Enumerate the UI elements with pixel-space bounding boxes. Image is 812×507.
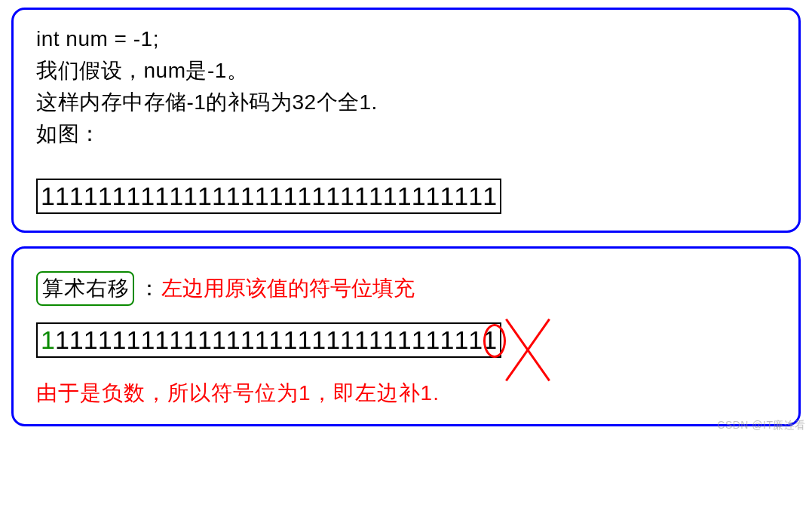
text-line-2: 我们假设，num是-1。 [36, 55, 776, 87]
panel-top: int num = -1; 我们假设，num是-1。 这样内存中存储-1的补码为… [11, 8, 801, 233]
cross-out-icon [501, 315, 554, 383]
shift-description: 左边用原该值的符号位填充 [161, 276, 415, 300]
panel-bottom: 算术右移：左边用原该值的符号位填充 1111111111111111111111… [11, 246, 801, 426]
shift-type-label: 算术右移 [36, 271, 134, 306]
text-line-3: 这样内存中存储-1的补码为32个全1. [36, 87, 776, 118]
binary-representation-top: 11111111111111111111111111111111 [36, 179, 501, 214]
sign-bit-filled: 1 [41, 325, 55, 354]
binary-representation-bottom: 11111111111111111111111111111111 [36, 322, 501, 358]
colon: ： [139, 276, 160, 300]
shifted-out-bit: 1 [483, 325, 497, 355]
heading-line: 算术右移：左边用原该值的符号位填充 [36, 271, 776, 306]
explanation-text: 由于是负数，所以符号位为1，即左边补1. [36, 379, 776, 408]
binary-middle: 111111111111111111111111111111 [55, 325, 483, 354]
text-line-4: 如图： [36, 118, 776, 150]
binary-row-wrapper: 11111111111111111111111111111111 [36, 306, 501, 358]
code-line: int num = -1; [36, 23, 776, 55]
watermark: CSDN @IT廉连看 [717, 419, 806, 432]
